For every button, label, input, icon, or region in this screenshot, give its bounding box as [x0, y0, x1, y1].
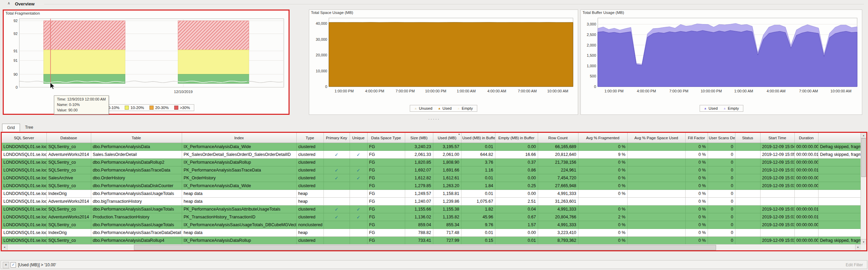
table-cell[interactable]: 21,738,156 [538, 159, 578, 166]
table-cell[interactable] [627, 182, 685, 190]
table-cell[interactable] [818, 198, 861, 205]
table-cell[interactable]: 733.41 [405, 237, 433, 245]
table-row[interactable]: LONDONSQL01.se.localIndexOrigdbo.Perform… [2, 229, 861, 237]
table-cell[interactable]: 2019-12-09 15:04:17 [760, 143, 794, 151]
column-header-start-time[interactable]: Start Time [760, 133, 794, 143]
table-cell[interactable] [735, 198, 760, 205]
table-cell[interactable]: heap data [182, 190, 296, 198]
table-cell[interactable]: dbo.bigTransactionHistory [91, 198, 182, 205]
table-cell[interactable] [735, 159, 760, 166]
table-cell[interactable]: PK_SalesOrderDetail_SalesOrderID_SalesOr… [182, 151, 296, 159]
table-cell[interactable]: PK_PerformanceAnalysisSaasAttributeUsage… [182, 205, 296, 213]
table-cell[interactable]: 1,279.85 [405, 182, 433, 190]
table-cell[interactable] [818, 229, 861, 237]
table-cell[interactable]: 1,692.07 [405, 166, 433, 174]
table-cell[interactable] [578, 198, 627, 205]
table-cell[interactable] [350, 198, 367, 205]
table-cell[interactable] [818, 213, 861, 221]
table-cell[interactable] [350, 221, 367, 229]
column-header-duration[interactable]: Duration [794, 133, 818, 143]
table-cell[interactable]: 0.67 [495, 213, 538, 221]
table-cell[interactable] [760, 198, 794, 205]
column-header-status[interactable]: Status [735, 133, 760, 143]
table-cell[interactable] [323, 229, 350, 237]
table-cell[interactable]: 1,249.57 [405, 190, 433, 198]
table-cell[interactable]: dbo.PerformanceAnalysisDataRollup2 [91, 159, 182, 166]
table-cell[interactable]: SQLSentry_co [46, 143, 91, 151]
table-cell[interactable]: FG [367, 166, 405, 174]
table-cell[interactable]: 1,820.85 [405, 159, 433, 166]
table-cell[interactable]: 16.66 [495, 151, 538, 159]
table-cell[interactable] [794, 229, 818, 237]
table-cell[interactable]: 0.00 [495, 190, 538, 198]
table-cell[interactable]: PK_OrderHistory [182, 174, 296, 182]
column-header-row-count[interactable]: Row Count [538, 133, 578, 143]
table-cell[interactable]: SQLSentry_co [46, 237, 91, 245]
table-cell[interactable]: AdventureWorks2014 [46, 213, 91, 221]
scroll-down-button[interactable]: ▼ [861, 239, 866, 245]
table-cell[interactable]: 224,961 [538, 166, 578, 174]
table-cell[interactable] [350, 143, 367, 151]
table-cell[interactable]: SQLSentry_co [46, 205, 91, 213]
table-cell[interactable] [627, 190, 685, 198]
table-cell[interactable] [323, 143, 350, 151]
table-cell[interactable]: heap [296, 229, 323, 237]
table-cell[interactable]: 0 [708, 143, 735, 151]
table-cell[interactable]: dbo.PerformanceAnalysisDataRollup4 [91, 237, 182, 245]
table-cell[interactable]: 1.57 [495, 221, 538, 229]
scroll-up-button[interactable]: ▲ [861, 133, 866, 138]
table-cell[interactable]: 4,991,333 [538, 205, 578, 213]
table-cell[interactable]: 1.82 [461, 205, 495, 213]
table-cell[interactable]: Defrag skipped, fragmen [818, 151, 861, 159]
table-cell[interactable] [627, 166, 685, 174]
column-header-used-mb-[interactable]: Used (MB)▼ [433, 133, 461, 143]
table-cell[interactable]: clustered [296, 151, 323, 159]
table-cell[interactable]: dbo.PerformanceAnalysisData [91, 143, 182, 151]
table-cell[interactable]: 1.16 [461, 166, 495, 174]
table-cell[interactable]: clustered [296, 205, 323, 213]
table-cell[interactable] [627, 151, 685, 159]
table-cell[interactable]: dbo.PerformanceAnalysisDataDiskCounter [91, 182, 182, 190]
table-cell[interactable] [794, 190, 818, 198]
table-cell[interactable]: 7,454,720 [538, 174, 578, 182]
table-cell[interactable] [627, 174, 685, 182]
table-cell[interactable]: AdventureWorks2014 [46, 151, 91, 159]
edit-filter-button[interactable]: Edit Filter [846, 263, 863, 267]
table-cell[interactable]: 1,240.07 [405, 198, 433, 205]
table-cell[interactable] [735, 166, 760, 174]
table-cell[interactable]: 3,223,410 [538, 229, 578, 237]
table-cell[interactable] [818, 159, 861, 166]
table-cell[interactable]: 2019-12-09 15:03:03 [760, 213, 794, 221]
table-cell[interactable]: ✓ [350, 151, 367, 159]
table-cell[interactable]: 31,263,601 [538, 198, 578, 205]
table-cell[interactable]: 1,155.38 [433, 205, 461, 213]
table-cell[interactable]: clustered [296, 174, 323, 182]
table-cell[interactable]: 0.00 [495, 143, 538, 151]
table-row[interactable]: LONDONSQL01.se.localIndexOrigdbo.Perform… [2, 190, 861, 198]
table-cell[interactable] [323, 182, 350, 190]
table-cell[interactable]: clustered [296, 237, 323, 245]
table-cell[interactable]: 66,165,689 [538, 143, 578, 151]
table-cell[interactable]: 4,991,333 [538, 221, 578, 229]
table-cell[interactable]: ✓ [350, 166, 367, 174]
table-cell[interactable]: FG [367, 190, 405, 198]
table-cell[interactable]: 2019-12-09 15:05:17 [760, 151, 794, 159]
table-cell[interactable]: 0.01 [461, 190, 495, 198]
table-row[interactable]: LONDONSQL01.se.localSQLSentry_codbo.Perf… [2, 143, 861, 151]
table-cell[interactable]: Defrag skipped, fragmen [818, 143, 861, 151]
table-cell[interactable]: LONDONSQL01.se.local [2, 166, 46, 174]
table-cell[interactable]: 0 [708, 159, 735, 166]
table-cell[interactable]: dbo.PerformanceAnalysisSaasTraceDataDeta… [91, 229, 182, 237]
table-cell[interactable]: SQLSentry_co [46, 221, 91, 229]
table-cell[interactable]: PK_TransactionHistory_TransactionID [182, 213, 296, 221]
table-cell[interactable] [760, 229, 794, 237]
table-cell[interactable]: 0.01 [461, 174, 495, 182]
table-cell[interactable] [627, 229, 685, 237]
table-cell[interactable] [735, 190, 760, 198]
table-cell[interactable] [735, 237, 760, 245]
table-cell[interactable]: SQLSentry_co [46, 166, 91, 174]
table-cell[interactable]: dbo.PerformanceAnalysisSaasUsageTotals [91, 221, 182, 229]
table-cell[interactable]: 20,812,640 [538, 151, 578, 159]
table-cell[interactable]: 0 [708, 205, 735, 213]
horizontal-scrollbar[interactable]: ◄ ► [2, 244, 861, 250]
